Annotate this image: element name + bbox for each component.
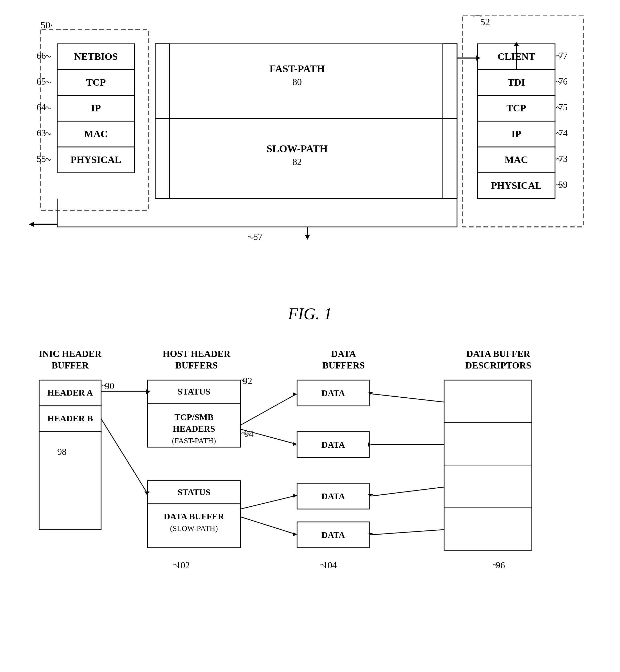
svg-text:DATA BUFFER: DATA BUFFER	[466, 349, 530, 359]
svg-rect-5	[57, 44, 135, 70]
svg-line-105	[240, 394, 296, 425]
svg-text:80: 80	[293, 77, 302, 87]
svg-marker-104	[144, 492, 150, 495]
svg-text:74: 74	[558, 128, 568, 138]
svg-line-107	[240, 429, 296, 444]
svg-text:65: 65	[37, 76, 46, 87]
svg-rect-19	[478, 95, 555, 121]
svg-text:⌒: ⌒	[472, 15, 482, 25]
svg-rect-15	[478, 44, 555, 70]
svg-text:55: 55	[37, 154, 46, 164]
svg-text:DATA: DATA	[321, 492, 345, 501]
svg-marker-114	[368, 392, 373, 395]
svg-rect-23	[478, 147, 555, 173]
svg-text:HEADER A: HEADER A	[47, 388, 93, 397]
svg-text:CLIENT: CLIENT	[498, 51, 535, 62]
svg-marker-57	[305, 235, 310, 240]
svg-text:SLOW-PATH: SLOW-PATH	[266, 143, 327, 154]
svg-text:DATA: DATA	[321, 530, 345, 540]
svg-rect-70	[39, 432, 101, 530]
fig2-diagram: INIC HEADER BUFFER HOST HEADER BUFFERS D…	[26, 344, 594, 672]
svg-rect-13	[57, 147, 135, 173]
svg-text:FAST-PATH: FAST-PATH	[269, 63, 325, 74]
svg-text:50·: 50·	[41, 19, 53, 31]
svg-marker-37	[514, 42, 519, 46]
svg-text:BUFFERS: BUFFERS	[322, 360, 365, 370]
svg-text:73: 73	[558, 154, 568, 164]
svg-text:HEADERS: HEADERS	[173, 424, 215, 433]
svg-rect-82	[148, 504, 240, 548]
svg-text:(SLOW-PATH): (SLOW-PATH)	[170, 524, 218, 533]
svg-marker-102	[146, 390, 150, 394]
svg-line-111	[240, 517, 296, 534]
svg-text:(FAST-PATH): (FAST-PATH)	[172, 436, 216, 445]
svg-line-113	[371, 394, 444, 402]
svg-marker-120	[368, 533, 373, 535]
svg-rect-93	[297, 522, 369, 548]
svg-text:MAC: MAC	[84, 128, 108, 139]
svg-rect-29	[443, 44, 457, 199]
svg-text:66: 66	[37, 51, 46, 61]
svg-text:82: 82	[293, 157, 302, 167]
svg-text:HEADER B: HEADER B	[47, 414, 93, 423]
svg-rect-89	[297, 432, 369, 458]
svg-text:TCP: TCP	[86, 77, 106, 88]
svg-text:TDI: TDI	[508, 77, 525, 88]
svg-rect-17	[478, 70, 555, 95]
fig2-svg: INIC HEADER BUFFER HOST HEADER BUFFERS D…	[26, 344, 594, 672]
svg-text:IP: IP	[511, 128, 521, 139]
svg-text:98: 98	[57, 447, 66, 457]
svg-rect-91	[297, 483, 369, 509]
svg-text:BUFFERS: BUFFERS	[175, 360, 218, 370]
svg-text:90: 90	[105, 381, 114, 391]
svg-marker-112	[293, 532, 297, 536]
svg-rect-9	[57, 95, 135, 121]
svg-text:BUFFER: BUFFER	[52, 360, 89, 370]
svg-text:INIC HEADER: INIC HEADER	[39, 349, 102, 359]
svg-rect-7	[57, 70, 135, 95]
svg-line-103	[101, 419, 146, 492]
svg-marker-118	[368, 494, 373, 496]
svg-text:59: 59	[558, 179, 568, 190]
svg-text:NETBIOS: NETBIOS	[74, 51, 118, 62]
svg-marker-116	[368, 442, 371, 447]
svg-text:104: 104	[323, 560, 337, 570]
fig1-diagram: 50· 52 ⌒ NETBIOS TCP IP MAC PHYSICAL	[26, 15, 594, 299]
svg-rect-80	[148, 481, 240, 504]
svg-marker-110	[293, 494, 297, 498]
svg-line-119	[371, 530, 444, 535]
svg-rect-73	[148, 380, 240, 403]
svg-text:TCP: TCP	[507, 103, 526, 113]
svg-rect-66	[39, 380, 101, 406]
svg-text:DATA: DATA	[321, 440, 345, 450]
svg-marker-35	[476, 55, 480, 61]
svg-text:TCP/SMB: TCP/SMB	[174, 412, 213, 422]
svg-rect-28	[155, 44, 169, 199]
svg-text:STATUS: STATUS	[177, 387, 210, 396]
svg-text:64: 64	[37, 102, 46, 112]
svg-rect-68	[39, 406, 101, 432]
svg-text:DATA: DATA	[331, 349, 356, 359]
svg-text:102: 102	[176, 560, 190, 570]
svg-rect-21	[478, 121, 555, 147]
svg-marker-106	[293, 393, 297, 396]
svg-text:77: 77	[558, 51, 568, 61]
svg-rect-0	[41, 30, 149, 210]
svg-text:76: 76	[558, 76, 568, 87]
svg-text:STATUS: STATUS	[177, 487, 210, 497]
svg-rect-96	[444, 380, 532, 550]
svg-text:75: 75	[558, 102, 568, 112]
svg-text:DESCRIPTORS: DESCRIPTORS	[465, 360, 531, 370]
svg-text:96: 96	[496, 560, 505, 570]
svg-text:PHYSICAL: PHYSICAL	[71, 154, 121, 165]
svg-text:PHYSICAL: PHYSICAL	[491, 180, 541, 191]
svg-text:MAC: MAC	[505, 154, 528, 165]
page: 50· 52 ⌒ NETBIOS TCP IP MAC PHYSICAL	[0, 0, 620, 672]
svg-text:94: 94	[244, 428, 254, 439]
svg-line-117	[371, 487, 444, 496]
svg-text:57: 57	[253, 231, 263, 242]
svg-rect-75	[148, 403, 240, 447]
svg-text:DATA: DATA	[321, 389, 345, 398]
svg-text:HOST HEADER: HOST HEADER	[163, 349, 230, 359]
svg-rect-87	[297, 380, 369, 406]
